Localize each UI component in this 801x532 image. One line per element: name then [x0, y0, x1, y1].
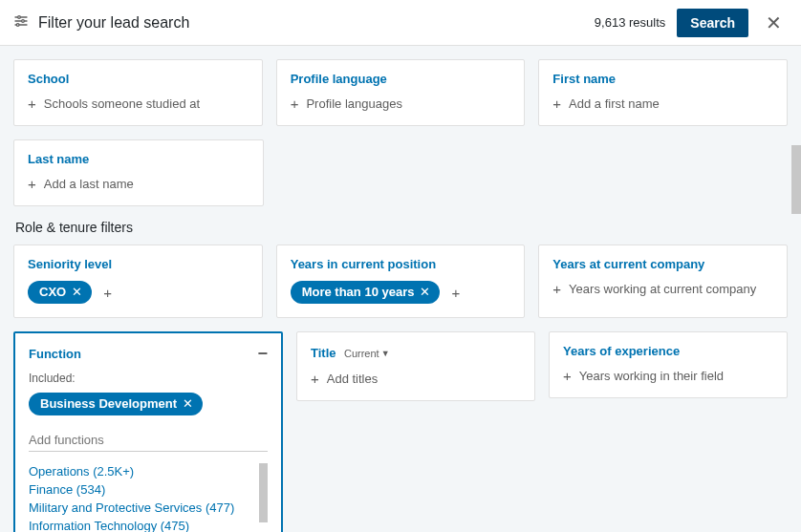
function-suggestion-list[interactable]: Operations (2.5K+) Finance (534) Militar… [29, 463, 268, 532]
years-experience-label: Years of experience [563, 344, 680, 358]
years-position-chip[interactable]: More than 10 years ✕ [291, 281, 441, 304]
search-button[interactable]: Search [677, 9, 748, 37]
title-add-row[interactable]: + Add titles [311, 371, 521, 387]
function-suggestion[interactable]: Finance (534) [29, 481, 262, 500]
card-profile-language-label: Profile language [291, 72, 387, 86]
years-company-label: Years at current company [552, 257, 704, 271]
function-suggestion[interactable]: Military and Protective Services (477) [29, 500, 262, 518]
plus-icon[interactable]: + [447, 283, 464, 303]
plus-icon: + [552, 281, 561, 297]
collapse-icon[interactable]: − [257, 345, 268, 362]
title-placeholder: Add titles [327, 372, 378, 386]
plus-icon: + [311, 371, 319, 387]
years-position-chip-text: More than 10 years [302, 285, 415, 299]
first-name-placeholder: Add a first name [569, 96, 660, 111]
plus-icon: + [291, 96, 299, 112]
result-count: 9,613 results [595, 15, 665, 30]
card-years-position[interactable]: Years in current position More than 10 y… [276, 245, 526, 318]
card-school[interactable]: School + Schools someone studied at [13, 59, 263, 126]
scrollbar-thumb[interactable] [259, 463, 268, 522]
function-included-label: Included: [29, 372, 268, 385]
last-name-placeholder: Add a last name [44, 177, 134, 191]
chevron-down-icon: ▼ [381, 349, 390, 358]
plus-icon: + [552, 96, 561, 112]
sliders-icon [13, 13, 29, 32]
function-chip-text: Business Development [40, 396, 177, 411]
plus-icon: + [563, 368, 572, 384]
chip-remove-icon[interactable]: ✕ [183, 396, 193, 411]
card-last-name[interactable]: Last name + Add a last name [13, 139, 264, 206]
plus-icon[interactable]: + [99, 283, 116, 303]
card-first-name-label: First name [552, 72, 616, 86]
school-add-row[interactable]: + Schools someone studied at [28, 96, 249, 112]
card-first-name[interactable]: First name + Add a first name [538, 59, 788, 126]
last-name-add-row[interactable]: + Add a last name [28, 176, 249, 192]
svg-point-5 [16, 23, 19, 26]
function-input[interactable] [29, 429, 268, 452]
svg-point-1 [18, 15, 21, 18]
chip-remove-icon[interactable]: ✕ [72, 285, 82, 299]
plus-icon: + [28, 96, 36, 112]
seniority-chip[interactable]: CXO ✕ [28, 281, 92, 304]
page-scrollbar-thumb[interactable] [791, 145, 801, 214]
filter-content: School + Schools someone studied at Prof… [0, 46, 801, 532]
function-chip[interactable]: Business Development ✕ [29, 393, 203, 415]
close-icon[interactable]: ✕ [760, 8, 788, 38]
profile-language-add-row[interactable]: + Profile languages [291, 96, 511, 112]
profile-language-placeholder: Profile languages [306, 96, 401, 111]
years-position-label: Years in current position [291, 257, 436, 271]
years-experience-add-row[interactable]: + Years working in their field [563, 368, 773, 384]
title-scope-text: Current [344, 348, 379, 359]
chip-remove-icon[interactable]: ✕ [420, 285, 430, 299]
card-school-label: School [28, 72, 69, 86]
first-name-add-row[interactable]: + Add a first name [552, 96, 773, 112]
card-title[interactable]: Title Current ▼ + Add titles [296, 331, 535, 401]
function-suggestion[interactable]: Information Technology (475) [29, 518, 262, 532]
card-last-name-label: Last name [28, 152, 89, 166]
plus-icon: + [28, 176, 36, 192]
years-company-placeholder: Years working at current company [569, 282, 756, 296]
card-seniority[interactable]: Seniority level CXO ✕ + [13, 245, 263, 318]
page-title: Filter your lead search [38, 14, 189, 32]
title-scope-dropdown[interactable]: Current ▼ [344, 348, 390, 359]
card-years-company[interactable]: Years at current company + Years working… [538, 245, 788, 318]
card-years-experience[interactable]: Years of experience + Years working in t… [549, 331, 788, 398]
page-title-block: Filter your lead search [13, 13, 595, 32]
function-suggestion[interactable]: Operations (2.5K+) [29, 463, 262, 481]
card-profile-language[interactable]: Profile language + Profile languages [276, 59, 526, 126]
seniority-label: Seniority level [28, 257, 112, 271]
function-label: Function [29, 347, 81, 361]
top-bar: Filter your lead search 9,613 results Se… [0, 0, 801, 46]
years-company-add-row[interactable]: + Years working at current company [552, 281, 773, 297]
school-placeholder: Schools someone studied at [44, 96, 200, 111]
seniority-chip-text: CXO [39, 285, 66, 299]
svg-point-3 [22, 19, 25, 22]
title-label: Title [311, 346, 336, 360]
years-experience-placeholder: Years working in their field [579, 369, 724, 383]
card-function[interactable]: Function − Included: Business Developmen… [13, 331, 283, 532]
section-role-title: Role & tenure filters [15, 220, 786, 235]
